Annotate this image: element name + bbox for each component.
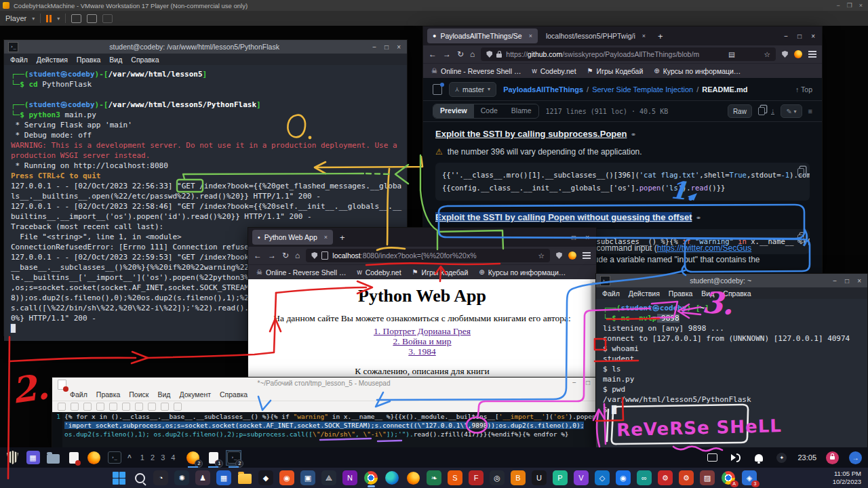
firefox-icon[interactable] <box>87 451 101 465</box>
pause-vm-icon[interactable] <box>46 15 52 22</box>
reload-icon[interactable]: ↻ <box>282 251 289 260</box>
app-pycharm-icon[interactable]: P <box>553 470 568 486</box>
player-menu[interactable]: Player <box>5 14 26 22</box>
twitter-link[interactable]: https://twitter.com/SecGus <box>657 243 751 253</box>
power-icon[interactable]: → <box>848 451 863 465</box>
payload-text[interactable]: {% for x in ().__class__.__base__.__subc… <box>64 412 595 439</box>
menu-item-Действия[interactable]: Действия <box>37 56 68 64</box>
terminal1-titlebar[interactable]: ›_ student@codeby: /var/www/html/lesson5… <box>4 40 407 54</box>
terminal2-titlebar[interactable]: ›_ student@codeby: ~ − □ × <box>596 274 867 287</box>
file-tree-icon[interactable] <box>433 84 442 95</box>
minimize-icon[interactable]: − <box>836 2 840 9</box>
chrome-icon[interactable]: A <box>721 470 736 486</box>
start-icon[interactable] <box>111 470 127 486</box>
book-link[interactable]: 1. Портрет Дориана Грея <box>248 326 596 336</box>
app-portrait-icon[interactable]: ♟ <box>195 470 211 486</box>
app-social-icon[interactable]: ◈3 <box>742 470 757 486</box>
notification-bell-icon[interactable] <box>751 451 766 465</box>
copy-icon[interactable] <box>797 168 804 176</box>
ff1-url-bar[interactable]: https://github.com/swisskyrepo/PayloadsA… <box>481 47 776 61</box>
tab-localhost-phptwig[interactable]: localhost/lesson5/PHPTwig/i × <box>540 28 651 43</box>
app-hub-icon[interactable]: ✺ <box>174 470 190 486</box>
edit-button[interactable]: ✎ ▾ <box>781 104 802 118</box>
firefox-icon[interactable]: 2 <box>186 451 200 465</box>
menu-icon[interactable] <box>808 51 816 58</box>
back-icon[interactable]: ← <box>254 251 262 260</box>
copy-icon[interactable] <box>758 107 765 115</box>
copy-icon[interactable] <box>797 235 804 243</box>
menu-item-Вид[interactable]: Вид <box>109 56 122 64</box>
text-editor-icon[interactable]: 1 <box>206 451 220 465</box>
text-editor-icon[interactable] <box>66 451 81 465</box>
bookmark-item[interactable]: wCodeby.net <box>532 67 576 75</box>
app-unreal-icon[interactable]: U <box>532 470 547 486</box>
menu-item-Поиск[interactable]: Поиск <box>129 390 149 399</box>
app-sublime-icon[interactable]: S <box>448 470 463 486</box>
new-file-icon[interactable] <box>58 403 66 411</box>
minimize-icon[interactable]: − <box>558 234 562 241</box>
system-clock[interactable]: 11:05 PM 10/2/2023 <box>833 470 861 486</box>
menu-item-Правка[interactable]: Правка <box>96 390 120 399</box>
caret-down-icon[interactable]: ▾ <box>57 16 60 22</box>
app-drawer-icon[interactable]: ▦ <box>26 451 40 465</box>
raw-button[interactable]: Raw <box>728 104 752 118</box>
code-block-subclasses[interactable]: {{''.__class__.mro()[1].__subclasses__()… <box>435 163 810 201</box>
close-icon[interactable]: × <box>397 43 401 51</box>
bookmark-item[interactable]: ☠Online - Reverse Shell … <box>256 268 346 277</box>
restore-icon[interactable]: ❐ <box>847 2 852 9</box>
bookmark-item[interactable]: ⚑Игры Кодебай <box>587 67 644 75</box>
chrome-icon[interactable] <box>363 470 379 486</box>
menu-item-Вид[interactable]: Вид <box>157 390 170 399</box>
new-tab-icon[interactable]: + <box>658 31 663 41</box>
tab-blame[interactable]: Blame <box>505 104 538 118</box>
maximize-icon[interactable]: □ <box>845 277 849 285</box>
folder-icon[interactable] <box>237 470 253 486</box>
tab-payloadsallthethings[interactable]: ● PayloadsAllTheThings/Se × <box>427 28 538 43</box>
book-link[interactable]: 2. Война и мир <box>248 336 596 346</box>
menu-item-Справка[interactable]: Справка <box>723 289 751 298</box>
bookmark-star-icon[interactable]: ☆ <box>764 50 770 58</box>
fullscreen-icon[interactable] <box>87 14 97 23</box>
edge-icon[interactable] <box>384 470 400 486</box>
app-visualstudio-icon[interactable]: V <box>574 470 589 486</box>
save-as-icon[interactable] <box>96 403 104 411</box>
menu-item-Документ[interactable]: Документ <box>179 390 211 399</box>
app-vscode-icon[interactable]: ◇ <box>595 470 610 486</box>
terminal-icon[interactable]: ›_ <box>107 451 121 465</box>
back-icon[interactable]: ← <box>429 49 437 59</box>
workspace-switcher[interactable]: 1 2 3 4 <box>140 453 178 462</box>
ssti-popen-heading[interactable]: Exploit the SSTI by calling subprocess.P… <box>435 129 627 139</box>
find-icon[interactable] <box>174 403 182 411</box>
tab-python-web-app[interactable]: • Python Web App × <box>252 230 333 245</box>
maximize-icon[interactable]: □ <box>572 234 576 241</box>
terminal-icon[interactable]: ›_2 <box>226 451 241 465</box>
send-ctrl-alt-del-icon[interactable] <box>71 14 81 23</box>
menu-item-Правка[interactable]: Правка <box>77 56 100 64</box>
bookmark-item[interactable]: wCodeby.net <box>357 268 401 277</box>
close-tab-icon[interactable]: × <box>642 33 646 39</box>
status-dot-icon[interactable]: ✦ <box>774 451 789 465</box>
breadcrumb-path[interactable]: Server Side Template Injection <box>592 85 693 94</box>
file-manager-icon[interactable] <box>46 451 60 465</box>
lock-icon[interactable] <box>496 54 502 58</box>
menu-item-Справка[interactable]: Справка <box>131 56 159 64</box>
forward-icon[interactable]: → <box>268 251 276 260</box>
extension-shield-icon[interactable] <box>556 252 562 259</box>
reload-icon[interactable]: ↻ <box>457 49 464 59</box>
new-tab-icon[interactable]: + <box>340 232 345 243</box>
tab-code[interactable]: Code <box>474 104 505 118</box>
menu-item-Файл[interactable]: Файл <box>10 56 28 64</box>
kali-menu-icon[interactable] <box>5 451 20 465</box>
terminal2-output[interactable]: ┌──(student㉿codeby)-[~]└─$ nc -nvlp 9898… <box>596 299 867 452</box>
branch-selector[interactable]: Y master ▾ <box>449 82 496 97</box>
window-list-icon[interactable] <box>705 451 719 465</box>
app-lens-icon[interactable]: ◎ <box>490 470 505 486</box>
menu-item-Файл[interactable]: Файл <box>70 390 87 399</box>
app-onenote-icon[interactable]: N <box>342 470 358 486</box>
breadcrumb-repo[interactable]: PayloadsAllTheThings <box>503 85 583 94</box>
back-to-top-link[interactable]: ↑ Top <box>795 85 812 94</box>
forward-icon[interactable]: → <box>443 49 451 59</box>
app-ubuntu-icon[interactable]: ◉ <box>279 470 295 486</box>
minimize-icon[interactable]: − <box>833 277 837 285</box>
open-file-icon[interactable] <box>71 403 79 411</box>
